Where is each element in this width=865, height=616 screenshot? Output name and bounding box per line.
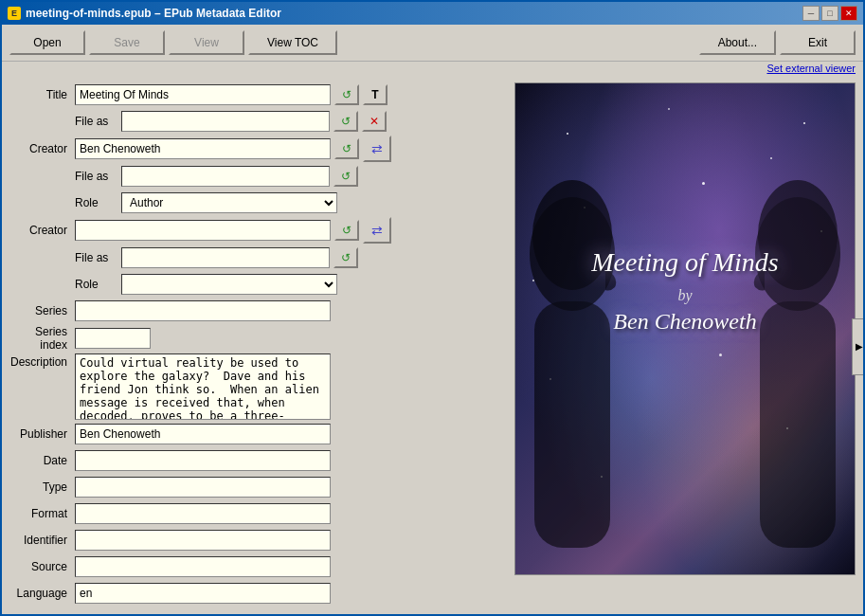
creator1-role-row: Role Author Editor Translator Illustrato…	[9, 190, 507, 215]
publisher-row: Publisher	[9, 422, 507, 446]
creator1-label: Creator	[9, 142, 71, 155]
creator1-row: Creator ↺ ⇄	[9, 136, 507, 162]
right-silhouette	[694, 121, 855, 548]
creator2-fileas-input[interactable]	[121, 247, 330, 268]
toolbar-right: About... Exit	[699, 30, 856, 55]
language-row: Language	[9, 581, 507, 606]
window-title: meeting-of-minds.epub – EPub Metadata Ed…	[26, 7, 281, 20]
about-button[interactable]: About...	[699, 30, 776, 55]
main-window: E meeting-of-minds.epub – EPub Metadata …	[0, 0, 865, 616]
format-row: Format	[9, 501, 507, 526]
identifier-label: Identifier	[9, 534, 71, 547]
app-icon: E	[8, 7, 21, 20]
title-bar: E meeting-of-minds.epub – EPub Metadata …	[2, 2, 863, 25]
source-label: Source	[9, 560, 71, 573]
creator1-fileas-arrow-button[interactable]: ↺	[333, 166, 358, 187]
series-index-row: Series index	[9, 325, 507, 352]
window-controls: ─ □ ✕	[802, 6, 857, 21]
svg-rect-4	[760, 301, 836, 548]
publisher-input[interactable]	[75, 424, 331, 444]
title-fileas-delete-button[interactable]: ✕	[362, 111, 387, 132]
series-index-input[interactable]	[75, 328, 151, 349]
format-input[interactable]	[75, 503, 331, 524]
maximize-button[interactable]: □	[821, 6, 838, 21]
ext-viewer-row: Set external viewer	[2, 62, 863, 79]
title-t-button[interactable]: T	[363, 84, 387, 105]
creator2-fileas-row: File as ↺	[9, 245, 507, 270]
toolbar: Open Save View View TOC About... Exit	[2, 25, 863, 62]
creator1-arrow-button[interactable]: ↺	[334, 138, 359, 159]
star-decoration	[668, 108, 670, 110]
creator1-fileas-input[interactable]	[121, 166, 330, 187]
date-row: Date	[9, 448, 507, 473]
cover-author: Ben Chenoweth	[613, 309, 756, 335]
title-fileas-row: File as ↺ ✕	[9, 109, 507, 134]
cover-title: Meeting of Minds	[591, 247, 779, 278]
source-input[interactable]	[75, 556, 331, 577]
cover-by: by	[677, 287, 692, 304]
creator2-role-select[interactable]: Author Editor	[121, 274, 337, 295]
creator2-label: Creator	[9, 224, 71, 237]
exit-button[interactable]: Exit	[780, 30, 856, 55]
creator1-role-label: Role	[75, 196, 117, 209]
creator2-role-label: Role	[75, 278, 117, 291]
format-label: Format	[9, 507, 71, 520]
series-input[interactable]	[75, 300, 331, 321]
view-button[interactable]: View	[169, 30, 244, 55]
language-label: Language	[9, 587, 71, 600]
left-silhouette	[515, 121, 676, 548]
form-area: Title ↺ T File as ↺ ✕ Creator ↺ ⇄	[9, 82, 507, 610]
main-content: Title ↺ T File as ↺ ✕ Creator ↺ ⇄	[2, 79, 863, 614]
series-row: Series	[9, 299, 507, 323]
creator2-input[interactable]	[75, 220, 331, 241]
save-button[interactable]: Save	[89, 30, 165, 55]
date-input[interactable]	[75, 450, 331, 471]
arrow-right-icon: ▶	[856, 341, 863, 352]
minimize-button[interactable]: ─	[802, 6, 820, 21]
creator2-role-row: Role Author Editor	[9, 272, 507, 297]
creator1-swap-button[interactable]: ⇄	[363, 136, 391, 162]
title-input[interactable]	[75, 84, 331, 105]
creator2-row: Creator ↺ ⇄	[9, 217, 507, 244]
creator2-fileas-label: File as	[75, 251, 117, 264]
type-label: Type	[9, 480, 71, 494]
source-row: Source	[9, 554, 507, 579]
identifier-input[interactable]	[75, 530, 331, 551]
publisher-label: Publisher	[9, 427, 71, 441]
creator2-arrow-button[interactable]: ↺	[334, 220, 359, 241]
creator1-input[interactable]	[75, 138, 331, 159]
type-row: Type	[9, 475, 507, 499]
series-index-label: Series index	[9, 325, 71, 352]
description-row: Description Could virtual reality be use…	[9, 353, 507, 420]
description-label: Description	[9, 353, 71, 369]
open-button[interactable]: Open	[9, 30, 85, 55]
language-input[interactable]	[75, 583, 331, 604]
description-textarea[interactable]: Could virtual reality be used to explore…	[75, 353, 331, 420]
cover-area: Meeting of Minds by Ben Chenoweth ▶	[514, 82, 856, 610]
creator2-fileas-arrow-button[interactable]: ↺	[333, 247, 358, 268]
title-fileas-input[interactable]	[121, 111, 330, 132]
date-label: Date	[9, 454, 71, 467]
title-label: Title	[9, 88, 71, 101]
series-label: Series	[9, 304, 71, 317]
title-fileas-arrow-button[interactable]: ↺	[333, 111, 358, 132]
type-input[interactable]	[75, 477, 331, 498]
creator1-fileas-row: File as ↺	[9, 164, 507, 189]
title-row: Title ↺ T	[9, 82, 507, 107]
view-toc-button[interactable]: View TOC	[248, 30, 337, 55]
svg-rect-1	[534, 301, 610, 548]
title-arrow-button[interactable]: ↺	[334, 84, 359, 105]
creator1-fileas-label: File as	[75, 170, 117, 183]
title-bar-left: E meeting-of-minds.epub – EPub Metadata …	[8, 7, 281, 20]
cover-image: Meeting of Minds by Ben Chenoweth	[514, 82, 856, 575]
set-external-viewer-link[interactable]: Set external viewer	[766, 63, 856, 74]
close-button[interactable]: ✕	[840, 6, 857, 21]
title-fileas-label: File as	[75, 115, 117, 128]
creator1-role-select[interactable]: Author Editor Translator Illustrator	[121, 192, 337, 213]
identifier-row: Identifier	[9, 528, 507, 553]
creator2-swap-button[interactable]: ⇄	[363, 217, 391, 244]
